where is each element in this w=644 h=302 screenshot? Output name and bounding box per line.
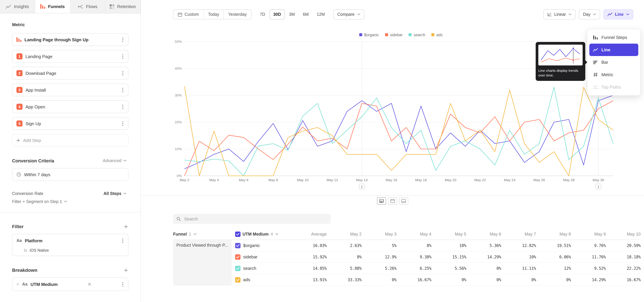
today-button[interactable]: Today — [204, 10, 224, 19]
range-12m[interactable]: 12M — [313, 10, 329, 20]
chart-type-option-top-paths: Top Paths — [589, 81, 638, 93]
chart-type-option-bar[interactable]: Bar — [589, 56, 638, 68]
tab-insights[interactable]: Insights — [0, 0, 35, 13]
custom-date-button[interactable]: Custom — [174, 10, 204, 19]
table-row-label[interactable]: search — [235, 263, 297, 274]
kebab-menu-icon[interactable] — [122, 281, 124, 288]
bar-chart-icon — [593, 60, 598, 64]
day-value: 2.63% — [327, 240, 362, 251]
retention-icon — [110, 4, 114, 9]
kebab-menu-icon[interactable] — [122, 87, 124, 93]
line-chart-icon — [608, 12, 613, 16]
day-column-header: May 2 — [327, 228, 362, 240]
day-column-header: May 8 — [537, 228, 572, 240]
filter-card[interactable]: Aa Platform Is iOS Native — [12, 234, 128, 256]
series-checkbox[interactable] — [235, 254, 240, 260]
table-row-label[interactable]: ads — [235, 274, 297, 286]
breakdown-card[interactable]: Aa UTM Medium — [12, 278, 128, 291]
day-column-header: May 3 — [362, 228, 397, 240]
granularity-button[interactable]: Day — [579, 10, 600, 20]
step-label: App Open — [26, 104, 118, 109]
drag-handle-icon[interactable] — [16, 283, 19, 286]
day-value: 18.18% — [606, 251, 641, 263]
kebab-menu-icon[interactable] — [122, 120, 124, 127]
funnel-step-3[interactable]: 3App Install — [12, 84, 128, 96]
date-controls: Custom Today Yesterday 7D30D3M6M12M Comp… — [173, 10, 364, 20]
tab-flows[interactable]: Flows — [70, 0, 106, 13]
funnel-step-5[interactable]: 5Sign Up — [12, 117, 128, 130]
table-row-label[interactable]: sidebar — [235, 251, 297, 263]
compare-button[interactable]: Compare — [333, 10, 364, 20]
svg-text:May 4: May 4 — [209, 178, 219, 182]
select-all-checkbox[interactable] — [235, 231, 240, 237]
svg-text:May 10: May 10 — [297, 178, 308, 182]
tooltip-mini-chart — [538, 45, 582, 66]
svg-text:May 12: May 12 — [326, 178, 338, 182]
series-checkbox[interactable] — [235, 277, 240, 282]
kebab-menu-icon[interactable] — [122, 104, 124, 110]
funnel-step-2[interactable]: 2Download Page — [12, 67, 128, 80]
funnel-name-card[interactable]: Landing Page through Sign Up — [12, 33, 128, 46]
filter-condition-row[interactable]: Is iOS Native — [12, 247, 128, 256]
advanced-dropdown[interactable]: Advanced — [101, 158, 128, 164]
chart-type-option-line[interactable]: Line — [589, 44, 638, 56]
series-checkbox[interactable] — [235, 243, 240, 248]
svg-text:May 24: May 24 — [504, 178, 516, 182]
view-table-bottom-icon[interactable] — [399, 197, 408, 205]
metric-section-label: Metric — [12, 22, 128, 27]
day-value: 0% — [362, 274, 397, 286]
add-step-button[interactable]: Add Step — [12, 134, 128, 147]
kebab-menu-icon[interactable] — [122, 70, 124, 76]
scale-button[interactable]: Linear — [544, 10, 576, 20]
chart-type-option-funnel-steps[interactable]: Funnel Steps — [589, 31, 638, 44]
yesterday-button[interactable]: Yesterday — [224, 10, 251, 19]
compare-label: Compare — [337, 12, 354, 17]
add-breakdown-button[interactable] — [124, 268, 128, 273]
tab-label: Insights — [14, 4, 29, 9]
range-3m[interactable]: 3M — [285, 10, 298, 20]
search-input[interactable] — [184, 216, 327, 222]
series-checkbox[interactable] — [235, 266, 240, 271]
breakdown-column-header[interactable]: UTM Medium4 — [235, 228, 297, 240]
average-value: 15.92% — [297, 251, 327, 263]
conversion-criteria-title: Conversion Criteria — [12, 158, 54, 163]
add-filter-button[interactable] — [124, 224, 128, 229]
tab-label: Retention — [117, 4, 136, 9]
range-6m[interactable]: 6M — [299, 10, 312, 20]
report-tabbar: InsightsFunnelsFlowsRetention — [0, 0, 140, 14]
funnel-step-4[interactable]: 4App Open — [12, 100, 128, 113]
step-label: Download Page — [26, 71, 118, 76]
kebab-menu-icon[interactable] — [122, 238, 124, 244]
breakdown-card-header[interactable]: Aa UTM Medium — [12, 278, 128, 290]
funnel-steps-list: 1Landing Page2Download Page3App Install4… — [12, 50, 128, 130]
granularity-label: Day — [583, 12, 590, 17]
day-value: 11.76% — [572, 251, 606, 263]
chart-type-option-metric[interactable]: Metric — [589, 68, 638, 81]
table-row-label[interactable]: $organic — [235, 240, 297, 251]
filter-segment-toggle[interactable]: Filter + Segment on Step 1 — [12, 199, 67, 204]
funnel-row-group-label[interactable]: Product Viewed through P... — [173, 240, 232, 286]
breakdown-title: Breakdown — [12, 268, 38, 273]
range-7d[interactable]: 7D — [256, 10, 269, 20]
kebab-menu-icon[interactable] — [122, 53, 124, 60]
filter-card-header[interactable]: Aa Platform — [12, 234, 128, 247]
series-name: search — [243, 266, 256, 271]
chart-type-button[interactable]: Line — [604, 10, 633, 20]
kebab-menu-icon[interactable] — [122, 36, 124, 43]
tab-retention[interactable]: Retention — [106, 0, 141, 13]
add-step-label: Add Step — [23, 138, 41, 143]
funnel-column-header[interactable]: Funnel1 — [173, 228, 235, 240]
remove-breakdown-button[interactable] — [87, 282, 92, 286]
view-table-right-icon[interactable] — [388, 197, 397, 205]
calendar-icon — [178, 12, 182, 16]
filter-field: Platform — [25, 238, 42, 243]
tab-funnels[interactable]: Funnels — [35, 0, 70, 13]
view-chart-and-table-icon[interactable] — [377, 197, 386, 205]
day-value: 19.51% — [537, 240, 572, 251]
funnel-step-1[interactable]: 1Landing Page — [12, 50, 128, 63]
conversion-window-card[interactable]: Within 7 days — [12, 168, 128, 181]
plus-icon — [124, 225, 128, 228]
advanced-label: Advanced — [103, 158, 122, 163]
all-steps-dropdown[interactable]: All Steps — [102, 191, 128, 196]
range-30d[interactable]: 30D — [270, 10, 284, 20]
